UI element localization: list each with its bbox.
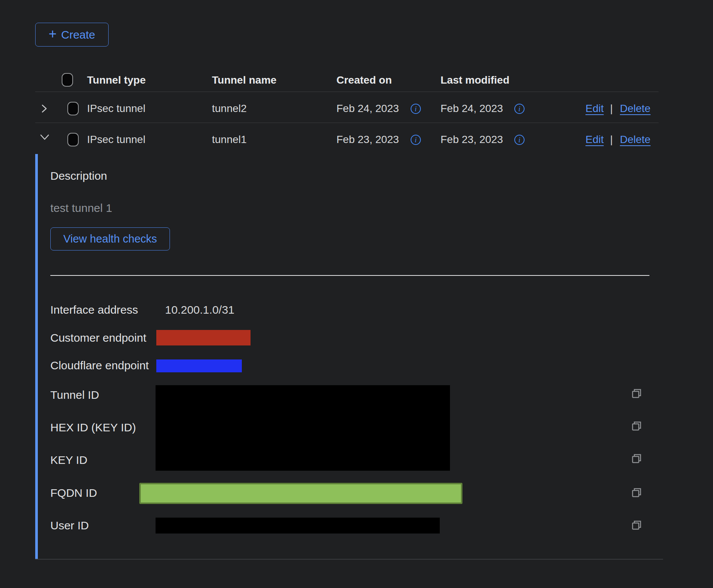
interface-address-value: 10.200.1.0/31 xyxy=(165,303,235,316)
tunnel-type-cell: IPsec tunnel xyxy=(87,103,145,115)
section-divider xyxy=(50,275,649,276)
last-modified-cell: Feb 23, 2023 xyxy=(441,134,503,146)
fqdn-id-redacted-value xyxy=(139,483,462,504)
action-separator: | xyxy=(610,103,613,115)
delete-link[interactable]: Delete xyxy=(620,103,651,115)
action-separator: | xyxy=(610,134,613,146)
panel-bottom-divider xyxy=(35,559,663,560)
column-header-tunnel-type: Tunnel type xyxy=(87,74,146,86)
created-on-cell: Feb 23, 2023 xyxy=(336,134,399,146)
tunnel-type-cell: IPsec tunnel xyxy=(87,134,145,146)
ids-redacted-value-block xyxy=(156,385,450,471)
customer-endpoint-redacted-value xyxy=(156,330,251,345)
copy-icon[interactable] xyxy=(631,421,642,431)
tunnel-name-cell: tunnel2 xyxy=(212,103,247,115)
header-divider xyxy=(35,92,659,92)
create-button[interactable]: + Create xyxy=(35,23,109,47)
create-button-label: Create xyxy=(61,28,95,41)
row-divider xyxy=(35,123,659,123)
plus-icon: + xyxy=(48,28,56,40)
chevron-down-icon[interactable] xyxy=(39,133,50,142)
key-id-label: KEY ID xyxy=(50,454,87,467)
cloudflare-endpoint-label: Cloudflare endpoint xyxy=(50,359,149,372)
user-id-redacted-value xyxy=(156,518,440,534)
view-health-checks-button[interactable]: View health checks xyxy=(50,227,170,250)
chevron-right-icon[interactable] xyxy=(40,104,49,114)
tunnel-name-cell: tunnel1 xyxy=(212,134,247,146)
copy-icon[interactable] xyxy=(631,520,642,530)
column-header-last-modified: Last modified xyxy=(441,74,509,86)
row-checkbox[interactable] xyxy=(67,102,79,115)
row-checkbox[interactable] xyxy=(67,133,79,146)
tunnels-page: + Create Tunnel type Tunnel name Created… xyxy=(0,0,713,588)
copy-icon[interactable] xyxy=(631,388,642,399)
info-icon[interactable]: i xyxy=(514,104,525,114)
interface-address-label: Interface address xyxy=(50,303,138,316)
created-on-cell: Feb 24, 2023 xyxy=(336,103,399,115)
copy-icon[interactable] xyxy=(631,453,642,464)
column-header-created-on: Created on xyxy=(336,74,392,86)
info-icon[interactable]: i xyxy=(411,104,421,114)
description-label: Description xyxy=(50,170,107,182)
column-header-tunnel-name: Tunnel name xyxy=(212,74,277,86)
panel-accent-border xyxy=(35,154,38,559)
info-icon[interactable]: i xyxy=(411,135,421,145)
fqdn-id-label: FQDN ID xyxy=(50,487,97,499)
copy-icon[interactable] xyxy=(631,487,642,498)
description-value: test tunnel 1 xyxy=(50,202,112,215)
delete-link[interactable]: Delete xyxy=(620,134,651,146)
cloudflare-endpoint-redacted-value xyxy=(156,359,242,372)
tunnel-id-label: Tunnel ID xyxy=(50,389,99,401)
info-icon[interactable]: i xyxy=(514,135,525,145)
last-modified-cell: Feb 24, 2023 xyxy=(441,103,503,115)
edit-link[interactable]: Edit xyxy=(585,134,604,146)
customer-endpoint-label: Customer endpoint xyxy=(50,331,146,344)
select-all-checkbox[interactable] xyxy=(62,73,73,87)
edit-link[interactable]: Edit xyxy=(585,103,604,115)
user-id-label: User ID xyxy=(50,519,89,532)
hex-id-label: HEX ID (KEY ID) xyxy=(50,421,136,434)
